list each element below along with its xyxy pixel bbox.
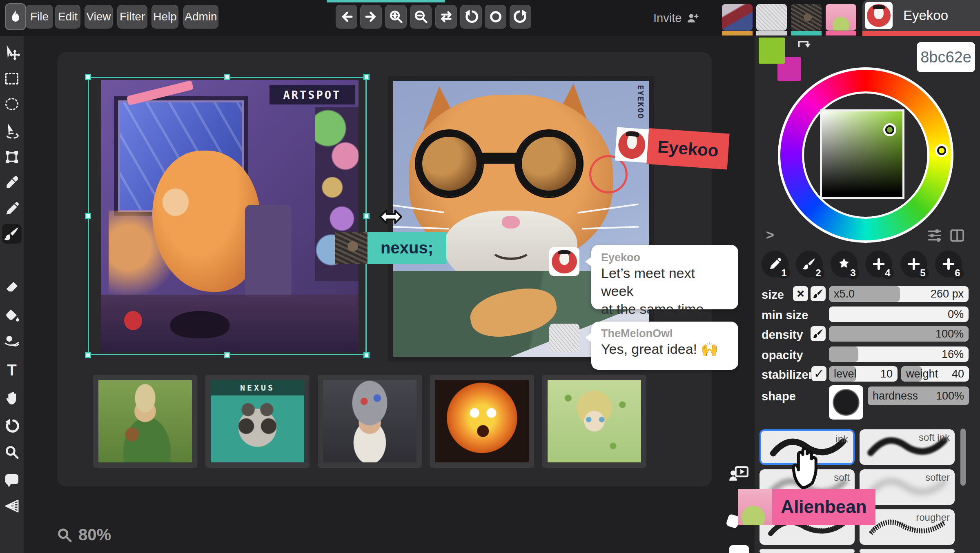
selection-box[interactable] xyxy=(88,77,367,355)
selection-handle-w[interactable] xyxy=(85,213,91,219)
selection-handle-sw[interactable] xyxy=(85,352,91,358)
stabilizer-checkbox[interactable]: ✓ xyxy=(811,366,826,381)
opacity-slider[interactable]: 16% xyxy=(829,346,969,362)
artist-tag-avatar xyxy=(615,127,649,162)
thumbnail-frame[interactable] xyxy=(542,375,646,468)
brush-preset-3[interactable]: 3 xyxy=(831,251,858,278)
split-view-icon[interactable] xyxy=(948,227,966,244)
saturation-value-square[interactable] xyxy=(820,109,904,199)
tool-ellipse-select[interactable] xyxy=(2,94,22,114)
selection-handle-s[interactable] xyxy=(224,352,230,358)
tool-smudge[interactable] xyxy=(2,331,22,350)
tool-move[interactable] xyxy=(2,42,22,62)
thumb-art-scream xyxy=(435,380,529,462)
min-size-slider[interactable]: 0% xyxy=(829,306,969,322)
menu-admin[interactable]: Admin xyxy=(183,5,218,29)
tool-fill[interactable] xyxy=(2,306,22,326)
tool-lasso[interactable] xyxy=(2,121,22,140)
swap-arrows-icon xyxy=(439,9,454,24)
selection-handle-n[interactable] xyxy=(224,74,230,80)
thumb-banner-nexus: NEXUS xyxy=(211,380,304,395)
reset-rotation-button[interactable] xyxy=(485,5,506,29)
tool-pencil[interactable] xyxy=(2,199,22,219)
menu-filter[interactable]: Filter xyxy=(117,5,147,29)
menu-help[interactable]: Help xyxy=(151,5,178,29)
collaborator-avatar-3[interactable] xyxy=(791,4,822,31)
shape-preview[interactable] xyxy=(829,385,863,420)
brush-preset-5[interactable]: 5 xyxy=(900,251,927,278)
undo-button[interactable] xyxy=(460,5,482,29)
brush-preset-2[interactable]: 2 xyxy=(796,251,823,278)
tool-hand[interactable] xyxy=(2,389,22,408)
shape-circle xyxy=(833,389,860,416)
selection-handle-ne[interactable] xyxy=(363,74,370,80)
avatar-color-bar-4 xyxy=(826,31,856,36)
invite-button[interactable]: Invite xyxy=(653,11,699,25)
lasso-icon xyxy=(4,122,20,139)
hex-color-box[interactable]: 8bc62e xyxy=(917,42,975,72)
opacity-value: 16% xyxy=(942,346,964,362)
tool-zoom[interactable] xyxy=(2,442,22,462)
tool-transform[interactable] xyxy=(2,147,22,167)
screen-share-icon[interactable] xyxy=(728,464,750,484)
menu-view[interactable]: View xyxy=(85,5,113,29)
sliders-icon[interactable] xyxy=(925,227,944,244)
brush-tip-soft-ink[interactable]: soft ink xyxy=(860,429,955,465)
size-pressure-button[interactable] xyxy=(811,286,826,301)
collaborator-avatar-4[interactable] xyxy=(826,4,856,31)
active-user-tab[interactable]: Eyekoo xyxy=(862,0,980,31)
cat-frown xyxy=(490,238,531,260)
size-slider[interactable]: x5.0 260 px xyxy=(829,286,969,302)
tool-text[interactable]: T xyxy=(2,360,22,380)
hardness-slider[interactable]: hardness 100% xyxy=(868,386,969,405)
hue-selector[interactable] xyxy=(937,146,946,155)
selection-handle-e[interactable] xyxy=(363,213,370,219)
thumbnail-frame[interactable] xyxy=(93,375,197,468)
arrow-left-icon xyxy=(340,10,354,24)
brush-tip-partial[interactable] xyxy=(860,549,955,553)
zoom-out-button[interactable] xyxy=(410,5,432,29)
brush-tip-partial[interactable] xyxy=(760,549,855,553)
collapse-chevron[interactable]: > xyxy=(766,227,774,243)
stabilizer-weight-slider[interactable]: weight 40 xyxy=(901,366,969,382)
avatar-color-bar-1 xyxy=(722,31,753,36)
tips-scrollbar[interactable] xyxy=(960,429,966,486)
thumbnail-frame[interactable]: NEXUS xyxy=(205,375,310,468)
tool-chat[interactable] xyxy=(2,469,22,489)
history-back-button[interactable] xyxy=(336,5,357,29)
tool-rect-select[interactable] xyxy=(2,69,22,89)
swap-colors-icon[interactable] xyxy=(795,38,813,54)
brush-preset-1[interactable]: 1 xyxy=(762,251,788,278)
tool-eraser[interactable] xyxy=(2,278,22,297)
density-pressure-button[interactable] xyxy=(811,326,826,341)
menu-edit[interactable]: Edit xyxy=(55,5,80,29)
collaborator-avatar-1[interactable] xyxy=(722,4,753,31)
chat-line: Yes, great idea! 🙌 xyxy=(601,340,728,358)
magnifier-icon xyxy=(56,527,73,543)
size-clear-button[interactable]: × xyxy=(793,286,808,301)
density-slider[interactable]: 100% xyxy=(829,326,969,342)
zoom-in-button[interactable] xyxy=(385,5,407,29)
thumbnail-frame[interactable] xyxy=(318,375,422,468)
tip-label: rougher xyxy=(916,512,950,523)
history-forward-button[interactable] xyxy=(360,5,382,29)
menu-file[interactable]: File xyxy=(26,5,53,29)
brush-preset-6[interactable]: 6 xyxy=(935,251,962,278)
tool-brush-selected[interactable] xyxy=(2,224,22,244)
redo-button[interactable] xyxy=(510,5,531,29)
collaborator-avatar-2[interactable] xyxy=(756,4,787,31)
tool-eyedropper[interactable] xyxy=(2,173,22,192)
active-user-avatar xyxy=(865,2,893,29)
tool-undo[interactable] xyxy=(2,416,22,436)
artwork-cat-frame: EYEKOO xyxy=(388,76,654,362)
tool-perspective-grid[interactable] xyxy=(2,496,22,516)
selection-handle-se[interactable] xyxy=(363,352,370,358)
thumbnail-frame[interactable] xyxy=(430,375,534,468)
flip-view-button[interactable] xyxy=(435,5,457,29)
brush-preset-4[interactable]: 4 xyxy=(865,251,892,278)
primary-color-swatch[interactable] xyxy=(759,38,785,64)
app-logo-button[interactable] xyxy=(5,3,26,30)
sv-selector[interactable] xyxy=(885,125,894,134)
selection-handle-nw[interactable] xyxy=(85,74,91,80)
stabilizer-level-slider[interactable]: level 10 xyxy=(829,366,898,382)
